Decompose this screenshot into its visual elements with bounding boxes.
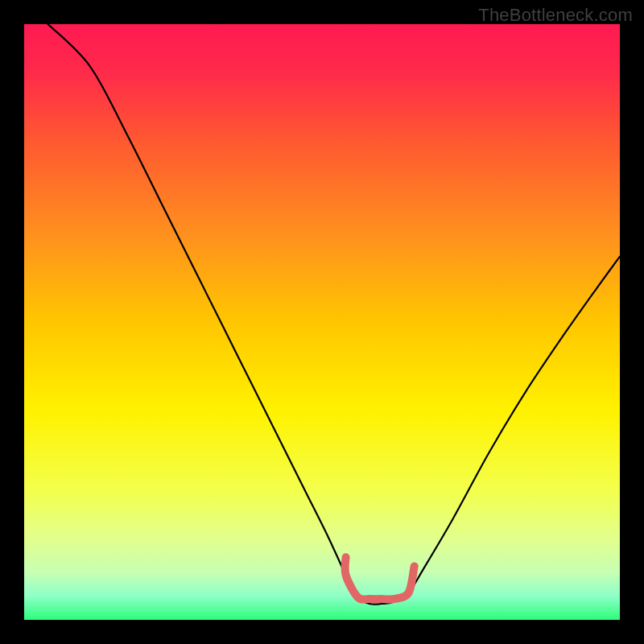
plot-area [24,24,620,620]
chart-container: TheBottleneck.com [0,0,644,644]
watermark-text: TheBottleneck.com [478,5,633,26]
chart-svg [24,24,620,620]
gradient-background [24,24,620,620]
